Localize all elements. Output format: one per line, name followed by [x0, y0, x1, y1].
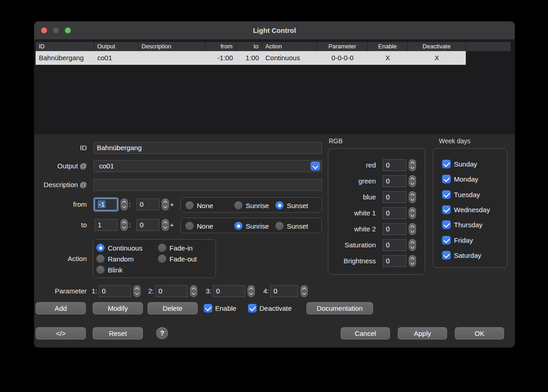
white2-stepper[interactable]: [409, 223, 416, 235]
light-control-window: Light Control ID Output Description from…: [34, 21, 515, 348]
apply-button[interactable]: Apply: [398, 327, 447, 340]
to-minutes-stepper[interactable]: [162, 219, 169, 231]
parameter2-stepper[interactable]: [190, 285, 197, 297]
tuesday-label[interactable]: Tuesday: [454, 188, 480, 201]
red-stepper[interactable]: [409, 159, 416, 171]
radio-icon[interactable]: [234, 201, 242, 209]
table-row[interactable]: Bahnübergang co01 -1:00 1:00 Continuous …: [36, 51, 466, 65]
parameter3-stepper[interactable]: [248, 285, 255, 297]
white2-input[interactable]: 0: [383, 223, 406, 235]
col-id-header[interactable]: ID: [36, 42, 94, 51]
from-minutes-input[interactable]: 0: [137, 199, 159, 210]
radio-icon[interactable]: [185, 222, 194, 230]
deactivate-checkbox[interactable]: [248, 304, 257, 313]
col-enable-header[interactable]: Enable: [368, 42, 408, 51]
parameter4-input[interactable]: 0: [270, 285, 298, 297]
col-parameter-header[interactable]: Parameter: [317, 42, 368, 51]
sunday-label[interactable]: Sunday: [454, 158, 477, 170]
green-input[interactable]: 0: [383, 175, 406, 187]
monday-checkbox[interactable]: [442, 175, 451, 183]
friday-checkbox[interactable]: [442, 236, 451, 245]
col-empty-header: [466, 42, 511, 51]
titlebar[interactable]: Light Control: [34, 21, 515, 40]
blue-input[interactable]: 0: [383, 191, 406, 203]
thursday-label[interactable]: Thursday: [454, 219, 483, 231]
white2-label: white 2: [328, 223, 376, 235]
parameter1-input[interactable]: 0: [99, 285, 131, 297]
radio-icon[interactable]: [96, 255, 105, 263]
modify-button[interactable]: Modify: [93, 302, 143, 314]
radio-checked-icon[interactable]: [275, 201, 284, 209]
to-hours-input[interactable]: 1: [95, 219, 117, 231]
blue-stepper[interactable]: [409, 191, 416, 203]
help-button[interactable]: ?: [156, 327, 168, 339]
radio-checked-icon[interactable]: [234, 222, 242, 230]
col-deactivate-header[interactable]: Deactivate: [408, 42, 466, 51]
white1-input[interactable]: 0: [383, 207, 406, 219]
enable-checkbox-label[interactable]: Enable: [215, 302, 237, 314]
brightness-input[interactable]: 0: [383, 255, 406, 267]
radio-icon[interactable]: [275, 222, 284, 230]
ok-button[interactable]: OK: [455, 327, 504, 340]
saturation-input[interactable]: 0: [383, 239, 406, 251]
action-random-radio[interactable]: Random: [96, 255, 134, 263]
add-button[interactable]: Add: [36, 302, 86, 314]
saturation-stepper[interactable]: [409, 239, 416, 251]
from-hours-input[interactable]: -1: [95, 199, 117, 210]
tuesday-checkbox[interactable]: [442, 190, 451, 199]
to-sunset-radio[interactable]: Sunset: [275, 222, 308, 230]
to-hours-stepper[interactable]: [121, 219, 128, 231]
from-sunrise-radio[interactable]: Sunrise: [234, 201, 269, 209]
description-input[interactable]: [94, 179, 322, 191]
action-continuous-radio[interactable]: Continuous: [96, 244, 142, 252]
radio-checked-icon[interactable]: [96, 244, 105, 252]
green-stepper[interactable]: [409, 175, 416, 187]
red-input[interactable]: 0: [383, 159, 406, 171]
wednesday-label[interactable]: Wednesday: [454, 204, 490, 216]
monday-label[interactable]: Monday: [454, 173, 478, 185]
parameter-label: Parameter: [34, 285, 87, 297]
white1-stepper[interactable]: [409, 207, 416, 219]
col-description-header[interactable]: Description: [138, 42, 206, 51]
radio-icon[interactable]: [185, 201, 194, 209]
enable-checkbox[interactable]: [204, 304, 212, 313]
output-combobox[interactable]: co01: [94, 160, 322, 172]
col-action-header[interactable]: Action: [262, 42, 317, 51]
code-button[interactable]: </>: [36, 327, 86, 340]
saturday-checkbox[interactable]: [442, 251, 451, 260]
deactivate-checkbox-label[interactable]: Deactivate: [259, 302, 292, 314]
to-sunrise-radio[interactable]: Sunrise: [234, 222, 269, 230]
action-fade-in-radio[interactable]: Fade-in: [158, 244, 193, 252]
col-to-header[interactable]: to: [236, 42, 262, 51]
radio-icon[interactable]: [96, 266, 105, 274]
wednesday-checkbox[interactable]: [442, 205, 451, 214]
from-none-radio[interactable]: None: [185, 201, 213, 209]
col-from-header[interactable]: from: [206, 42, 236, 51]
action-fade-out-radio[interactable]: Fade-out: [158, 255, 197, 263]
parameter3-input[interactable]: 0: [213, 285, 245, 297]
parameter2-input[interactable]: 0: [155, 285, 188, 297]
id-input[interactable]: Bahnübergang: [94, 142, 322, 154]
from-sunset-radio[interactable]: Sunset: [275, 201, 308, 209]
radio-icon[interactable]: [158, 255, 166, 263]
cell-description: [138, 51, 206, 65]
parameter1-stepper[interactable]: [133, 285, 141, 297]
from-hours-stepper[interactable]: [121, 199, 128, 210]
reset-button[interactable]: Reset: [93, 327, 143, 340]
saturday-label[interactable]: Saturday: [454, 249, 481, 261]
sunday-checkbox[interactable]: [442, 160, 451, 168]
from-minutes-stepper[interactable]: [162, 199, 169, 210]
action-blink-radio[interactable]: Blink: [96, 266, 123, 274]
thursday-checkbox[interactable]: [442, 220, 451, 229]
cancel-button[interactable]: Cancel: [341, 327, 390, 340]
friday-label[interactable]: Friday: [454, 234, 473, 246]
to-none-radio[interactable]: None: [185, 222, 213, 230]
documentation-button[interactable]: Documentation: [306, 302, 373, 314]
chevron-down-icon[interactable]: [311, 162, 320, 171]
parameter4-stepper[interactable]: [300, 285, 308, 297]
to-minutes-input[interactable]: 0: [137, 219, 159, 231]
brightness-stepper[interactable]: [409, 255, 416, 267]
delete-button[interactable]: Delete: [148, 302, 198, 314]
radio-icon[interactable]: [158, 244, 166, 252]
col-output-header[interactable]: Output: [94, 42, 138, 51]
